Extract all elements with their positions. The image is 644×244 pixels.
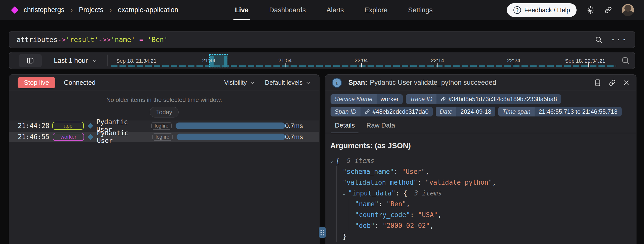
- chevron-down-icon: [306, 80, 311, 85]
- query-token: =: [135, 36, 147, 44]
- json-token: ,: [430, 222, 434, 229]
- meta-badge-trace-id: Trace ID #34bd8e51d73c3f4c8a189b72338a5b…: [406, 94, 561, 104]
- trace-list: 21:44:28appPydantic Userlogfire0.7ms21:4…: [9, 120, 319, 142]
- live-panel-header: Stop live Connected Visibility Default l…: [9, 75, 319, 91]
- feedback-help-button[interactable]: ? Feedback / Help: [507, 3, 577, 17]
- nav-tabs: LiveDashboardsAlertsExploreSettings: [235, 0, 433, 20]
- nav-tab-alerts[interactable]: Alerts: [327, 0, 344, 20]
- json-token: "User": [402, 168, 425, 175]
- json-token: "2000-02-02": [383, 222, 430, 229]
- json-token: "dob": [355, 222, 375, 229]
- detail-tabs: DetailsRaw Data: [325, 121, 636, 133]
- timeline-tick-mark: [588, 63, 589, 67]
- arguments-heading: Arguments: (as JSON): [330, 141, 636, 150]
- json-line: }: [343, 231, 636, 242]
- time-bar: Last 1 hour Sep 18, 21:34:21 Sep 18, 22:…: [9, 52, 635, 69]
- logfire-app: christophergs›Projects›example-applicati…: [0, 0, 644, 244]
- trace-time: 21:46:55: [18, 133, 53, 141]
- nav-tab-live[interactable]: Live: [235, 0, 249, 20]
- json-line: "validation_method": "validate_python",: [343, 177, 636, 188]
- meta-badge-service-name: Service Nameworker: [331, 94, 403, 104]
- nav-tab-settings[interactable]: Settings: [408, 0, 433, 20]
- breadcrumb-separator: ›: [70, 6, 73, 14]
- zoom-in-icon[interactable]: [621, 56, 630, 66]
- json-collapse-icon[interactable]: ⌄: [330, 155, 336, 166]
- meta-label: Time span: [498, 107, 535, 116]
- duration-label: 0.7ms: [285, 133, 303, 141]
- json-line: ⌄"input_data": { 3 items: [343, 188, 636, 199]
- timeline-tick-label: 22:14: [431, 57, 444, 63]
- link-icon[interactable]: [440, 96, 446, 102]
- json-token: : {: [395, 189, 411, 197]
- detail-tab-raw-data[interactable]: Raw Data: [366, 121, 395, 133]
- json-token: "USA": [418, 211, 437, 219]
- span-diamond-icon: [87, 123, 93, 129]
- scope-badge: logfire: [151, 122, 172, 130]
- logfire-logo-icon: [11, 6, 19, 14]
- panel-resize-handle[interactable]: [319, 227, 326, 238]
- meta-label: Service Name: [331, 94, 377, 104]
- meta-badge-time-span: Time span21:46:55.713 to 21:46:55.713: [498, 107, 621, 116]
- scope-badge: logfire: [152, 133, 173, 141]
- user-avatar[interactable]: [622, 4, 634, 16]
- help-circle-icon: ?: [513, 6, 521, 14]
- breadcrumb-item-example-application[interactable]: example-application: [118, 6, 178, 14]
- json-line: "country_code": "USA",: [355, 210, 636, 220]
- empty-window-message: No older items in the selected time wind…: [9, 96, 319, 103]
- span-title: Span:Pydantic User validate_python succe…: [348, 79, 496, 87]
- json-token: {: [336, 157, 344, 165]
- meta-value: #48eb2cdcdc317da0: [360, 107, 433, 116]
- search-icon[interactable]: [595, 36, 603, 44]
- json-token: :: [410, 211, 418, 219]
- json-token: "name": [355, 200, 379, 208]
- default-levels-dropdown[interactable]: Default levels: [265, 79, 311, 86]
- query-bar[interactable]: attributes->'result'->>'name' = 'Ben' ··…: [9, 31, 635, 48]
- sidebar-toggle-button[interactable]: [19, 54, 42, 67]
- json-line: ⌄{ 5 items: [330, 155, 636, 166]
- nav-tab-explore[interactable]: Explore: [365, 0, 388, 20]
- breadcrumb-item-christophergs[interactable]: christophergs: [24, 6, 64, 14]
- nav-tab-dashboards[interactable]: Dashboards: [269, 0, 306, 20]
- share-link-icon[interactable]: [604, 6, 612, 14]
- json-collapse-icon[interactable]: ⌄: [343, 188, 348, 199]
- json-children: "name": "Ben","country_code": "USA","dob…: [349, 199, 636, 231]
- detail-panel-header: i Span:Pydantic User validate_python suc…: [325, 75, 636, 91]
- json-token: :: [394, 168, 402, 175]
- connection-status: Connected: [64, 79, 96, 87]
- meta-badge-date: Date2024-09-18: [436, 107, 495, 116]
- timeline-tick-label: 22:24: [507, 57, 520, 63]
- stop-live-button[interactable]: Stop live: [18, 77, 55, 88]
- json-token: }: [343, 233, 347, 240]
- trace-row[interactable]: 21:46:55workerPydantic Userlogfire0.7ms: [9, 132, 319, 142]
- close-icon[interactable]: [623, 79, 630, 86]
- meta-badge-span-id: Span ID #48eb2cdcdc317da0: [331, 107, 433, 116]
- timeline-tick-label: 22:04: [355, 57, 368, 63]
- info-icon: i: [332, 78, 342, 88]
- trace-row[interactable]: 21:44:28appPydantic Userlogfire0.7ms: [9, 120, 319, 131]
- timeline-track[interactable]: Sep 18, 21:34:21 Sep 18, 22:34:21 21:442…: [111, 52, 613, 69]
- link-icon[interactable]: [365, 109, 370, 114]
- copy-link-icon[interactable]: [609, 79, 616, 87]
- query-more-icon[interactable]: ···: [611, 35, 627, 44]
- query-token: ->>: [98, 36, 111, 44]
- feedback-help-label: Feedback / Help: [524, 7, 570, 14]
- breadcrumb-separator: ›: [109, 6, 112, 14]
- theme-toggle-icon[interactable]: [586, 6, 595, 14]
- json-token: 5 items: [347, 157, 374, 165]
- time-range-dropdown[interactable]: Last 1 hour: [54, 52, 97, 69]
- json-token: ,: [438, 211, 442, 219]
- json-token: "Ben": [386, 200, 406, 208]
- json-token: "country_code": [355, 211, 410, 219]
- json-token: 3 items: [414, 189, 442, 197]
- topbar-actions: ? Feedback / Help: [507, 0, 634, 20]
- today-pill[interactable]: Today: [150, 107, 178, 117]
- panel-layout-icon[interactable]: [594, 79, 601, 87]
- visibility-dropdown[interactable]: Visibility: [224, 79, 255, 86]
- breadcrumb-item-Projects[interactable]: Projects: [79, 6, 103, 14]
- timeline-tick-label: 21:54: [278, 57, 292, 63]
- detail-tab-details[interactable]: Details: [335, 121, 355, 133]
- json-token: "schema_name": [343, 168, 394, 175]
- timeline-activity-dashes: [111, 65, 616, 67]
- span-diamond-icon: [88, 134, 94, 140]
- json-token: ,: [425, 168, 429, 175]
